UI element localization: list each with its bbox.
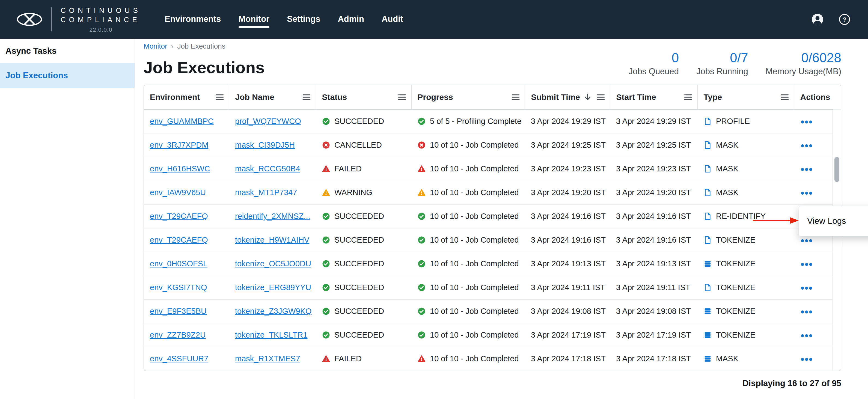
table-scrollbar-track[interactable] — [833, 110, 841, 371]
job-type-icon — [704, 141, 712, 149]
job-name-link[interactable]: mask_RCCG50B4 — [235, 164, 300, 173]
help-button[interactable]: ? — [839, 13, 850, 25]
progress-icon — [417, 355, 426, 363]
breadcrumb-monitor-link[interactable]: Monitor — [144, 42, 167, 50]
environment-link[interactable]: env_T29CAEFQ — [150, 212, 208, 220]
progress-label: 10 of 10 - Job Completed — [430, 307, 519, 316]
progress-icon — [417, 259, 426, 268]
progress-icon — [417, 331, 426, 339]
environment-link[interactable]: env_KGSI7TNQ — [150, 283, 207, 292]
row-actions-button[interactable] — [800, 285, 813, 292]
environment-link[interactable]: env_T29CAEFQ — [150, 236, 208, 244]
scrollbar-header-cap — [833, 85, 841, 110]
submit-time: 3 Apr 2024 19:08 IST — [531, 307, 606, 315]
column-menu-icon[interactable] — [511, 92, 521, 102]
progress-label: 10 of 10 - Job Completed — [430, 236, 519, 245]
sidebar-item-async-tasks[interactable]: Async Tasks — [0, 39, 134, 63]
job-name-link[interactable]: tokenize_H9W1AIHV — [235, 236, 309, 244]
environment-link[interactable]: env_H616HSWC — [150, 164, 210, 173]
column-menu-icon[interactable] — [215, 92, 225, 102]
job-name-link[interactable]: tokenize_TKLSLTR1 — [235, 331, 307, 339]
brand: CONTINUOUS COMPLIANCE 22.0.0.0 — [17, 6, 141, 33]
column-header: Start Time — [610, 85, 698, 110]
environment-link[interactable]: env_ZZ7B9Z2U — [150, 331, 206, 339]
ellipsis-icon — [801, 263, 813, 266]
jobs-table-container: Environment Job Name Status Progress — [144, 85, 841, 371]
job-name-link[interactable]: reidentify_2XMNSZ... — [235, 212, 310, 220]
annotation-arrow-icon — [752, 215, 799, 226]
sidebar-nav: Async TasksJob Executions — [0, 39, 135, 399]
job-name-link[interactable]: mask_MT1P7347 — [235, 188, 297, 197]
nav-item-settings[interactable]: Settings — [287, 10, 320, 29]
app-logo-icon — [17, 11, 42, 28]
row-actions-button[interactable] — [800, 237, 813, 244]
user-avatar-icon — [811, 13, 824, 26]
environment-link[interactable]: env_3RJ7XPDM — [150, 141, 208, 149]
job-type-label: MASK — [716, 141, 738, 150]
row-actions-button[interactable] — [800, 261, 813, 268]
job-type-label: MASK — [716, 188, 738, 197]
job-name-link[interactable]: tokenize_OC5JO0DU — [235, 259, 311, 268]
column-header: Progress — [411, 85, 525, 110]
sidebar-item-job-executions[interactable]: Job Executions — [0, 63, 134, 88]
progress-label: 10 of 10 - Job Completed — [430, 141, 519, 150]
start-time: 3 Apr 2024 19:08 IST — [616, 307, 691, 315]
stat-label: Jobs Running — [696, 67, 748, 76]
sort-descending-icon[interactable] — [583, 92, 593, 102]
stat-value: 0 — [629, 51, 679, 65]
job-type-label: TOKENIZE — [716, 259, 755, 268]
submit-time: 3 Apr 2024 19:29 IST — [531, 117, 606, 126]
status-label: SUCCEEDED — [334, 117, 384, 126]
submit-time: 3 Apr 2024 19:16 IST — [531, 212, 606, 220]
top-navbar: CONTINUOUS COMPLIANCE 22.0.0.0 Environme… — [0, 0, 868, 39]
job-type-icon — [704, 117, 712, 126]
column-header-label: Environment — [150, 93, 200, 102]
status-icon — [322, 236, 330, 244]
job-type-icon — [704, 307, 712, 315]
page-title: Job Executions — [144, 59, 265, 76]
pagination-summary: Displaying 16 to 27 of 95 — [144, 378, 841, 388]
ellipsis-icon — [801, 167, 813, 172]
nav-item-monitor[interactable]: Monitor — [239, 10, 270, 29]
start-time: 3 Apr 2024 19:11 IST — [616, 283, 690, 292]
status-label: SUCCEEDED — [334, 259, 384, 268]
column-menu-icon[interactable] — [596, 92, 606, 102]
status-label: FAILED — [334, 354, 362, 363]
environment-link[interactable]: env_GUAMMBPC — [150, 117, 214, 126]
table-scrollbar-thumb[interactable] — [834, 157, 839, 182]
progress-icon — [417, 283, 426, 292]
job-type-icon — [704, 236, 712, 244]
start-time: 3 Apr 2024 19:29 IST — [616, 117, 691, 126]
row-actions-button[interactable] — [800, 356, 813, 363]
job-name-link[interactable]: mask_CI39DJ5H — [235, 141, 295, 149]
row-actions-button[interactable] — [800, 142, 813, 149]
column-menu-icon[interactable] — [302, 92, 311, 102]
row-actions-button[interactable] — [800, 166, 813, 173]
view-logs-menu-item[interactable]: View Logs — [799, 216, 868, 226]
nav-item-audit[interactable]: Audit — [381, 10, 403, 29]
environment-link[interactable]: env_IAW9V65U — [150, 188, 206, 197]
column-menu-icon[interactable] — [683, 92, 693, 102]
column-menu-icon[interactable] — [780, 92, 790, 102]
job-name-link[interactable]: tokenize_Z3JGW9KQ — [235, 307, 311, 315]
row-actions-button[interactable] — [800, 332, 813, 339]
progress-icon — [417, 117, 426, 126]
nav-item-admin[interactable]: Admin — [338, 10, 364, 29]
jobs-table-body: env_GUAMMBPC prof_WQ7EYWCO SUCCEEDED 5 o… — [144, 110, 833, 371]
job-name-link[interactable]: tokenize_ERG89YYU — [235, 283, 311, 292]
environment-link[interactable]: env_E9F3E5BU — [150, 307, 207, 315]
table-row: env_0H0SOFSL tokenize_OC5JO0DU SUCCEEDED… — [144, 252, 833, 276]
job-name-link[interactable]: prof_WQ7EYWCO — [235, 117, 301, 126]
submit-time: 3 Apr 2024 17:19 IST — [531, 331, 606, 339]
row-actions-button[interactable] — [800, 308, 813, 315]
environment-link[interactable]: env_0H0SOFSL — [150, 259, 208, 268]
ellipsis-icon — [801, 310, 813, 314]
column-menu-icon[interactable] — [397, 92, 407, 102]
status-label: CANCELLED — [334, 141, 382, 150]
user-avatar-button[interactable] — [811, 13, 824, 26]
environment-link[interactable]: env_4SSFUUR7 — [150, 354, 208, 363]
nav-item-environments[interactable]: Environments — [164, 10, 221, 29]
job-name-link[interactable]: mask_R1XTMES7 — [235, 354, 300, 363]
row-actions-button[interactable] — [800, 190, 813, 197]
row-actions-button[interactable] — [800, 118, 813, 126]
